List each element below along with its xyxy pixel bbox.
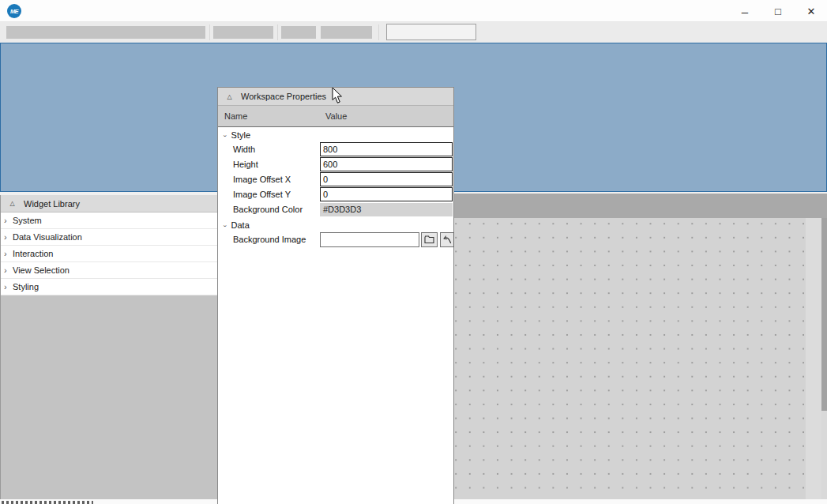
sidebar-item-label: View Selection [13, 265, 70, 275]
group-label: Style [231, 130, 250, 140]
sidebar-item-label: Styling [13, 282, 39, 291]
undo-arrow-icon [443, 235, 452, 244]
property-row-image-offset-y: Image Offset Y [218, 187, 453, 202]
toolbar-separator [378, 24, 379, 40]
workspace-properties-title: Workspace Properties [241, 92, 326, 101]
chevron-down-icon[interactable]: ⌄ [222, 222, 228, 228]
widget-library-list: › System › Data Visualization › Interact… [1, 213, 217, 295]
sidebar-item-view-selection[interactable]: › View Selection [1, 262, 217, 279]
height-field[interactable] [320, 157, 453, 171]
widget-library-title: Widget Library [24, 199, 80, 209]
chevron-right-icon: › [4, 233, 12, 241]
title-bar: ME – □ ✕ [0, 0, 827, 22]
sidebar-item-data-visualization[interactable]: › Data Visualization [1, 229, 217, 246]
sidebar-item-label: System [13, 216, 42, 225]
app-logo-icon: ME [7, 4, 21, 18]
property-name: Height [233, 160, 258, 169]
background-image-field[interactable] [320, 232, 419, 247]
background-color-field[interactable]: #D3D3D3 [320, 203, 453, 216]
toolbar-button-group-1[interactable] [6, 26, 205, 39]
vertical-scrollbar[interactable] [821, 218, 827, 500]
chevron-right-icon: › [4, 250, 12, 258]
toolbar-separator [209, 24, 210, 40]
image-offset-x-field[interactable] [320, 172, 453, 186]
properties-column-header: Name Value [218, 106, 453, 127]
chevron-down-icon[interactable]: ⌄ [222, 132, 228, 138]
widget-library-header[interactable]: △ Widget Library [1, 195, 217, 213]
app-window: ME – □ ✕ △ Widget Library › System › Dat… [0, 0, 827, 504]
canvas-margin-top [454, 194, 827, 218]
sidebar-item-label: Data Visualization [13, 232, 82, 242]
group-row-data[interactable]: ⌄ Data [218, 217, 453, 232]
workspace-properties-panel: △ Workspace Properties Name Value ⌄ Styl… [217, 87, 454, 504]
chevron-right-icon: › [4, 266, 12, 274]
maximize-button[interactable]: □ [765, 0, 791, 22]
toolbar-separator [277, 24, 278, 40]
collapse-triangle-icon[interactable]: △ [226, 93, 233, 100]
reset-value-button[interactable] [440, 232, 454, 247]
vertical-scrollbar-thumb[interactable] [821, 218, 827, 411]
toolbar-combo-input[interactable] [386, 24, 476, 40]
group-label: Data [231, 220, 250, 230]
clipped-text-artifact [2, 501, 93, 504]
widget-library-panel: △ Widget Library › System › Data Visuali… [0, 195, 217, 499]
sidebar-item-system[interactable]: › System [1, 213, 217, 229]
chevron-right-icon: › [4, 216, 12, 224]
canvas-margin-right [806, 218, 821, 500]
chevron-right-icon: › [4, 283, 12, 291]
minimize-button[interactable]: – [731, 0, 758, 22]
property-row-background-color: Background Color #D3D3D3 [218, 202, 453, 217]
toolbar-button-group-2[interactable] [213, 26, 273, 39]
property-row-background-image: Background Image [218, 232, 453, 249]
property-row-width: Width [218, 142, 453, 157]
group-row-style[interactable]: ⌄ Style [218, 127, 453, 142]
property-name: Background Color [233, 205, 303, 214]
toolbar-button-group-3[interactable] [281, 26, 316, 39]
column-header-value: Value [325, 111, 347, 121]
browse-folder-button[interactable] [421, 232, 438, 247]
property-name: Width [233, 145, 255, 154]
sidebar-item-interaction[interactable]: › Interaction [1, 246, 217, 262]
column-header-name: Name [224, 111, 247, 121]
property-name: Image Offset X [233, 175, 291, 184]
sidebar-item-label: Interaction [13, 249, 53, 258]
image-offset-y-field[interactable] [320, 187, 453, 201]
property-name: Background Image [233, 235, 306, 244]
toolbar [0, 22, 827, 43]
collapse-triangle-icon[interactable]: △ [9, 200, 16, 207]
width-field[interactable] [320, 142, 453, 156]
property-row-height: Height [218, 157, 453, 172]
workspace-design-surface[interactable] [454, 218, 806, 500]
close-button[interactable]: ✕ [798, 0, 825, 22]
property-row-image-offset-x: Image Offset X [218, 172, 453, 187]
canvas-area [454, 194, 827, 500]
folder-icon [424, 235, 434, 244]
mouse-cursor [332, 88, 343, 104]
property-name: Image Offset Y [233, 190, 291, 199]
toolbar-button-group-4[interactable] [321, 26, 372, 39]
sidebar-item-styling[interactable]: › Styling [1, 279, 217, 295]
